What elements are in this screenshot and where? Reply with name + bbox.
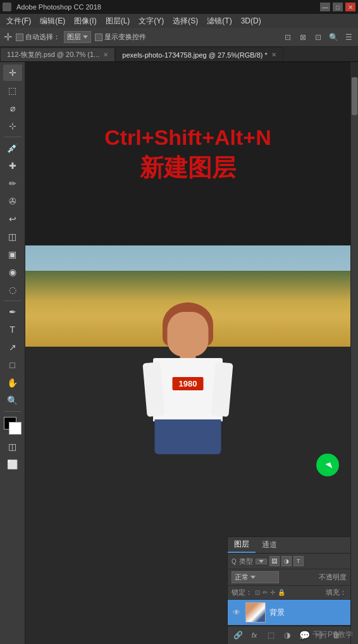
vertical-scrollbar[interactable] — [350, 77, 358, 644]
title-bar: Adobe Photoshop CC 2018 — □ ✕ — [0, 0, 358, 14]
zoom-tool[interactable]: 🔍 — [3, 392, 22, 409]
scrollbar-thumb[interactable] — [352, 77, 357, 115]
menu-text[interactable]: 文字(Y) — [135, 15, 168, 28]
align-left-icon[interactable]: ⊡ — [282, 32, 293, 43]
clone-tool[interactable]: ✇ — [3, 193, 22, 209]
align-right-icon[interactable]: ⊡ — [312, 32, 324, 43]
text-tool[interactable]: T — [3, 321, 22, 338]
heal-tool[interactable]: ✚ — [3, 158, 22, 174]
tab-jpeg[interactable]: pexels-photo-1734758.jpeg @ 27.5%(RGB/8)… — [115, 47, 283, 61]
menu-filter[interactable]: 滤镜(T) — [203, 15, 235, 28]
layers-panel: 图层 通道 Q 类型 🖼 ◑ T 正常 — [227, 536, 350, 644]
tab-channels[interactable]: 通道 — [256, 537, 283, 553]
eraser-tool[interactable]: ◫ — [3, 228, 22, 245]
filter-type-dropdown[interactable] — [256, 559, 267, 564]
eyedropper-tool[interactable]: 💉 — [3, 140, 22, 156]
path-tool[interactable]: ↗ — [3, 339, 22, 356]
tab-layers[interactable]: 图层 — [228, 537, 256, 553]
wechat-icon: 💬 — [299, 630, 310, 640]
mask-button[interactable]: ⬚ — [264, 629, 277, 641]
menu-layer[interactable]: 图层(L) — [102, 15, 134, 28]
brush-tool[interactable]: ✏ — [3, 175, 22, 192]
adjustment-button[interactable]: ◑ — [281, 629, 293, 641]
shirt-logo: 1980 — [173, 377, 204, 390]
layer-visibility-eye[interactable]: 👁 — [231, 607, 242, 617]
lock-icons: ⊡ ✏ ✛ 🔒 — [255, 589, 285, 596]
layers-blend-row: 正常 不透明度 — [228, 569, 350, 586]
minimize-button[interactable]: — — [320, 3, 330, 11]
toolbar-separator-1 — [4, 137, 22, 137]
color-picker[interactable] — [4, 417, 22, 435]
opacity-label: 不透明度 — [319, 573, 347, 582]
app-icon — [3, 3, 11, 11]
screen-mode-tool[interactable]: ⬜ — [3, 456, 22, 473]
dodge-tool[interactable]: ◌ — [3, 282, 22, 298]
move-tool[interactable]: ✛ — [3, 65, 22, 81]
dark-canvas-area: Ctrl+Shift+Alt+N 新建图层 — [25, 62, 350, 245]
background-color[interactable] — [9, 422, 22, 435]
cursor-arrow-icon — [326, 462, 333, 470]
select-tool[interactable]: ⬚ — [3, 82, 22, 99]
blend-mode-dropdown[interactable]: 正常 — [231, 571, 279, 583]
menu-image[interactable]: 图像(I) — [70, 15, 100, 28]
hand-tool[interactable]: ✋ — [3, 375, 22, 391]
align-center-icon[interactable]: ⊠ — [297, 32, 309, 43]
tab-bar: 112-恢复的.psd @ 20.7% (1... ✕ pexels-photo… — [0, 47, 358, 62]
filter-type-label: 类型 — [239, 557, 253, 566]
filter-icon-text[interactable]: T — [293, 556, 304, 566]
menu-file[interactable]: 文件(F) — [3, 15, 35, 28]
layer-dropdown-arrow — [83, 35, 88, 39]
cursor-indicator — [316, 454, 339, 476]
window-controls[interactable]: — □ ✕ — [320, 3, 355, 11]
watermark-text: 千行PS教学 — [312, 629, 353, 640]
fx-button[interactable]: fx — [248, 629, 261, 641]
menu-select[interactable]: 选择(S) — [169, 15, 202, 28]
layer-dropdown[interactable]: 图层 — [64, 31, 91, 43]
toolbar-separator-3 — [4, 411, 22, 412]
gradient-tool[interactable]: ▣ — [3, 246, 22, 263]
quick-mask-tool[interactable]: ◫ — [3, 438, 22, 455]
watermark: 💬 千行PS教学 — [299, 629, 353, 640]
fill-label: 填充： — [326, 588, 347, 597]
panel-icon[interactable]: ☰ — [343, 32, 354, 43]
tab-psd-label: 112-恢复的.psd @ 20.7% (1... — [7, 50, 99, 59]
shape-tool[interactable]: □ — [3, 357, 22, 373]
tab-jpeg-close[interactable]: ✕ — [271, 51, 276, 58]
filter-type-arrow — [259, 560, 264, 563]
toolbar-separator-2 — [4, 300, 22, 301]
left-toolbar: ✛ ⬚ ⌀ ⊹ 💉 ✚ ✏ ✇ ↩ ◫ ▣ ◉ ◌ ✒ T ↗ □ ✋ 🔍 ◫ … — [0, 62, 25, 644]
transform-item[interactable]: 显示变换控件 — [95, 32, 146, 42]
layer-row-background[interactable]: 👁 背景 — [228, 600, 350, 626]
app-title: Adobe Photoshop CC 2018 — [16, 3, 101, 11]
lock-pixel-icon[interactable]: ⊡ — [255, 589, 260, 596]
search-icon[interactable]: 🔍 — [328, 32, 339, 43]
lock-artboard-icon[interactable]: ✛ — [270, 589, 275, 596]
layers-filter-row: Q 类型 🖼 ◑ T — [228, 554, 350, 569]
close-button[interactable]: ✕ — [345, 3, 355, 11]
layer-thumbnail — [245, 602, 266, 622]
auto-select-item[interactable]: 自动选择： — [16, 32, 60, 42]
lock-all-icon[interactable]: 🔒 — [278, 589, 285, 596]
main-area: ✛ ⬚ ⌀ ⊹ 💉 ✚ ✏ ✇ ↩ ◫ ▣ ◉ ◌ ✒ T ↗ □ ✋ 🔍 ◫ … — [0, 62, 358, 644]
transform-checkbox[interactable] — [95, 34, 102, 41]
filter-icon-adjust[interactable]: ◑ — [281, 556, 292, 566]
auto-select-checkbox[interactable] — [16, 34, 23, 41]
layers-lock-row: 锁定： ⊡ ✏ ✛ 🔒 填充： — [228, 586, 350, 600]
filter-label-icon: Q — [231, 558, 237, 565]
blur-tool[interactable]: ◉ — [3, 264, 22, 280]
menu-edit[interactable]: 编辑(E) — [36, 15, 69, 28]
crop-tool[interactable]: ⊹ — [3, 118, 22, 134]
lock-move-icon[interactable]: ✏ — [262, 589, 268, 596]
tab-psd-close[interactable]: ✕ — [103, 51, 108, 58]
options-right: ⊡ ⊠ ⊡ 🔍 ☰ — [282, 32, 354, 43]
pen-tool[interactable]: ✒ — [3, 304, 22, 320]
lasso-tool[interactable]: ⌀ — [3, 100, 22, 116]
link-layers-button[interactable]: 🔗 — [231, 629, 244, 641]
panel-tab-bar: 图层 通道 — [228, 537, 350, 554]
maximize-button[interactable]: □ — [333, 3, 343, 11]
menu-3d[interactable]: 3D(D) — [237, 15, 265, 27]
menu-bar: 文件(F) 编辑(E) 图像(I) 图层(L) 文字(Y) 选择(S) 滤镜(T… — [0, 14, 358, 28]
tab-psd[interactable]: 112-恢复的.psd @ 20.7% (1... ✕ — [0, 47, 115, 61]
history-tool[interactable]: ↩ — [3, 211, 22, 227]
filter-icon-image[interactable]: 🖼 — [269, 556, 280, 566]
